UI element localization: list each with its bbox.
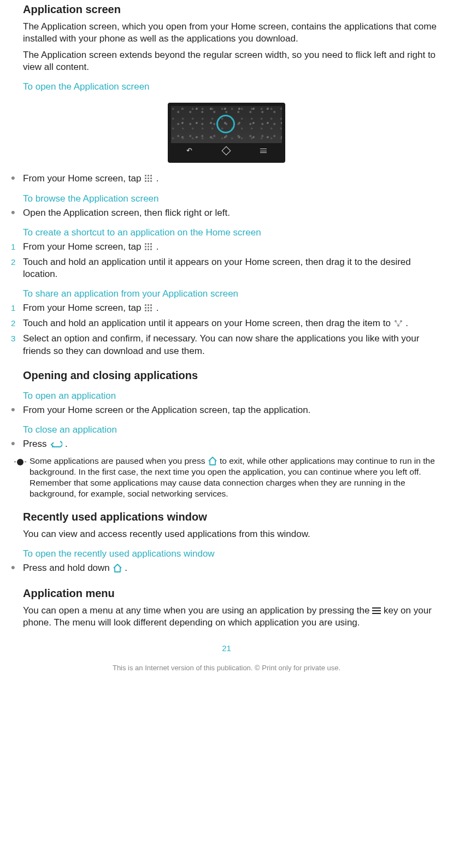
text: . bbox=[405, 318, 408, 328]
phone-navbar: ↶ bbox=[171, 144, 282, 157]
step-content: Touch and hold an application until it a… bbox=[23, 317, 442, 329]
bullet-marker: • bbox=[11, 173, 23, 185]
step-number: 1 bbox=[11, 241, 23, 253]
menu-nav-icon bbox=[260, 149, 267, 153]
menu-icon bbox=[372, 607, 381, 614]
tip-text: Some applications are paused when you pr… bbox=[30, 456, 442, 500]
step-number: 2 bbox=[11, 317, 23, 329]
bullet-content: From your Home screen, tap . bbox=[23, 173, 442, 185]
step-content: Press . bbox=[23, 438, 442, 450]
text: . bbox=[65, 439, 68, 449]
step-content: Press and hold down . bbox=[23, 562, 442, 574]
text: Press bbox=[23, 439, 49, 449]
heading-app-menu: Application menu bbox=[23, 586, 442, 600]
home-nav-icon bbox=[222, 146, 231, 156]
text: Touch and hold an application until it a… bbox=[23, 318, 393, 328]
step-number: 2 bbox=[11, 256, 23, 280]
bullet-open-app: • From your Home screen or the Applicati… bbox=[11, 404, 442, 416]
footer-text: This is an Internet version of this publ… bbox=[11, 664, 442, 673]
share-icon bbox=[394, 319, 403, 328]
bullet-open-recent: • Press and hold down . bbox=[11, 562, 442, 574]
text: Press and hold down bbox=[23, 563, 113, 573]
step-content: From your Home screen, tap . bbox=[23, 302, 442, 314]
subhead-open-app-screen: To open the Application screen bbox=[23, 81, 442, 93]
bullet-close-app: • Press . bbox=[11, 438, 442, 450]
home-icon bbox=[208, 457, 217, 465]
phone-screen bbox=[171, 106, 282, 143]
bullet-marker: • bbox=[11, 404, 23, 416]
step-share-3: 3 Select an option and confirm, if neces… bbox=[11, 333, 442, 357]
subhead-open-app: To open an application bbox=[23, 390, 442, 402]
subhead-open-recent: To open the recently used applications w… bbox=[23, 548, 442, 560]
text: Touch and hold an application until it a… bbox=[23, 256, 442, 280]
page-number: 21 bbox=[11, 643, 442, 654]
back-icon bbox=[49, 440, 62, 448]
page: Application screen The Application scree… bbox=[0, 2, 453, 683]
step-shortcut-1: 1 From your Home screen, tap . bbox=[11, 241, 442, 253]
step-number: 3 bbox=[11, 333, 23, 357]
back-nav-icon: ↶ bbox=[186, 146, 192, 156]
home-icon bbox=[113, 564, 122, 572]
apps-grid-icon bbox=[144, 304, 153, 312]
subhead-close-app: To close an application bbox=[23, 424, 442, 436]
text: . bbox=[156, 303, 159, 313]
para-app-screen-2: The Application screen extends beyond th… bbox=[23, 49, 442, 73]
tip-row: Some applications are paused when you pr… bbox=[11, 456, 442, 500]
heading-open-close: Opening and closing applications bbox=[23, 368, 442, 382]
bullet-browse: • Open the Application screen, then flic… bbox=[11, 207, 442, 219]
subhead-share-app: To share an application from your Applic… bbox=[23, 288, 442, 300]
highlight-circle-icon bbox=[216, 115, 235, 133]
para-app-menu: You can open a menu at any time when you… bbox=[23, 605, 442, 629]
figure-phone: ↶ bbox=[11, 103, 442, 163]
text: From your Home screen, tap bbox=[23, 173, 144, 184]
bullet-marker: • bbox=[11, 438, 23, 450]
subhead-browse-app-screen: To browse the Application screen bbox=[23, 193, 442, 205]
tip-bulb-icon bbox=[11, 456, 30, 500]
step-share-2: 2 Touch and hold an application until it… bbox=[11, 317, 442, 329]
heading-recent: Recently used applications window bbox=[23, 510, 442, 524]
text: . bbox=[156, 241, 159, 252]
text: From your Home screen or the Application… bbox=[23, 404, 442, 416]
text: Some applications are paused when you pr… bbox=[30, 456, 208, 465]
para-recent: You can view and access recently used ap… bbox=[23, 528, 442, 540]
text: From your Home screen, tap bbox=[23, 303, 144, 313]
step-share-1: 1 From your Home screen, tap . bbox=[11, 302, 442, 314]
bullet-marker: • bbox=[11, 562, 23, 574]
text: You can open a menu at any time when you… bbox=[23, 605, 372, 616]
text: Select an option and confirm, if necessa… bbox=[23, 333, 442, 357]
bullet-marker: • bbox=[11, 207, 23, 219]
subhead-create-shortcut: To create a shortcut to an application o… bbox=[23, 227, 442, 239]
text: . bbox=[156, 173, 159, 184]
phone-illustration: ↶ bbox=[168, 103, 285, 163]
heading-application-screen: Application screen bbox=[23, 2, 442, 16]
step-content: From your Home screen, tap . bbox=[23, 241, 442, 253]
text: . bbox=[125, 563, 127, 573]
bullet-open-app-screen: • From your Home screen, tap . bbox=[11, 173, 442, 185]
para-app-screen-1: The Application screen, which you open f… bbox=[23, 21, 442, 45]
text: Open the Application screen, then flick … bbox=[23, 207, 442, 219]
apps-grid-icon bbox=[144, 174, 153, 183]
step-shortcut-2: 2 Touch and hold an application until it… bbox=[11, 256, 442, 280]
apps-grid-icon bbox=[144, 243, 153, 251]
text: From your Home screen, tap bbox=[23, 241, 144, 252]
step-number: 1 bbox=[11, 302, 23, 314]
